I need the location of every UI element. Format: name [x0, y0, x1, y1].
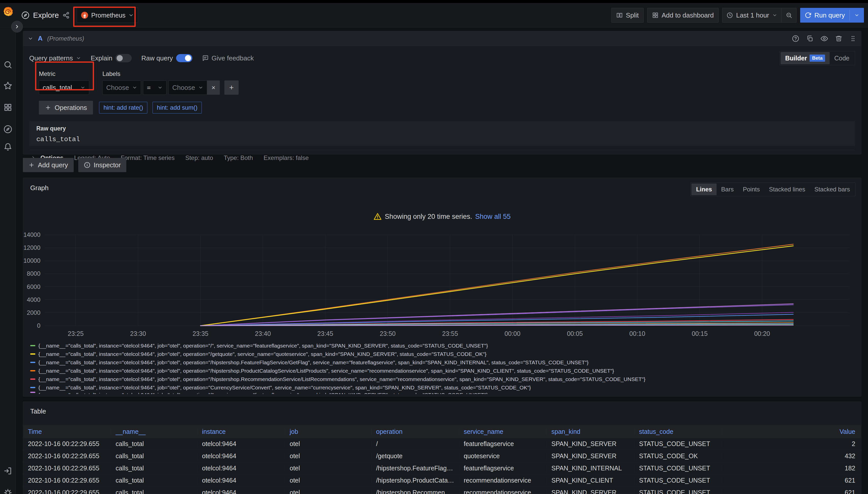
query-patterns-dropdown[interactable]: Query patterns	[29, 54, 81, 62]
table-cell: calls_total	[111, 464, 197, 472]
option-summary-item: Format: Time series	[121, 154, 175, 162]
svg-text:23:30: 23:30	[130, 330, 146, 337]
inspector-button[interactable]: Inspector	[78, 158, 127, 172]
run-query-main[interactable]: Run query	[800, 8, 849, 23]
show-all-series-link[interactable]: Show all 55	[475, 213, 511, 221]
explain-toggle[interactable]	[115, 54, 132, 62]
legend-item[interactable]: {__name__="calls_total", instance="otelc…	[30, 350, 854, 358]
drag-handle-icon[interactable]	[849, 35, 856, 42]
remove-label-filter-button[interactable]: ×	[207, 80, 220, 95]
raw-query-toggle[interactable]	[176, 54, 192, 62]
graph-mode-lines[interactable]: Lines	[691, 184, 717, 195]
search-minus-icon	[786, 12, 792, 19]
give-feedback-link[interactable]: Give feedback	[202, 54, 254, 62]
share-icon[interactable]	[62, 12, 70, 19]
query-hint-button[interactable]: hint: add sum()	[152, 102, 202, 113]
svg-text:23:45: 23:45	[318, 330, 333, 337]
chart-series-lines	[200, 244, 793, 326]
graph-mode-points[interactable]: Points	[738, 184, 764, 195]
duplicate-query-icon[interactable]	[806, 35, 813, 42]
legend-item[interactable]: {__name__="calls_total", instance="otelc…	[30, 392, 854, 394]
legend-series-marker	[30, 353, 35, 355]
breadcrumb: Explore	[21, 3, 70, 27]
search-icon[interactable]	[3, 60, 12, 69]
builder-label: Builder	[785, 55, 807, 62]
legend-item[interactable]: {__name__="calls_total", instance="otelc…	[30, 358, 854, 366]
table-cell: otel	[285, 477, 372, 484]
legend-series-marker	[30, 387, 35, 388]
explore-compass-icon[interactable]	[3, 125, 12, 134]
star-icon[interactable]	[3, 81, 12, 90]
builder-tab[interactable]: Builder Beta	[781, 52, 830, 64]
zoom-out-time-button[interactable]	[782, 8, 796, 22]
add-to-dashboard-button[interactable]: Add to dashboard	[647, 8, 719, 23]
collapse-chevron-icon[interactable]	[28, 36, 33, 41]
table-column-header[interactable]: job	[285, 428, 372, 435]
sidebar-expand-button[interactable]	[11, 21, 23, 33]
sign-in-icon[interactable]	[3, 467, 12, 475]
metric-select[interactable]: calls_total	[39, 80, 89, 95]
grafana-logo[interactable]	[2, 6, 14, 18]
query-row-actions	[792, 35, 856, 42]
disable-query-eye-icon[interactable]	[820, 35, 828, 42]
table-cell: 2022-10-16 00:22:29.655	[23, 489, 111, 494]
table-column-header[interactable]: Time	[23, 428, 111, 435]
run-query-button[interactable]: Run query	[800, 8, 864, 23]
label-value-select[interactable]: Choose	[168, 80, 207, 95]
graph-mode-bars[interactable]: Bars	[717, 184, 738, 195]
legend-item[interactable]: {__name__="calls_total", instance="otelc…	[30, 341, 854, 350]
table-column-header[interactable]: instance	[197, 428, 285, 435]
delete-query-trash-icon[interactable]	[835, 35, 842, 42]
label-operator-select[interactable]: =	[143, 80, 166, 95]
legend-item[interactable]: {__name__="calls_total", instance="otelc…	[30, 375, 854, 383]
settings-gear-icon[interactable]	[3, 489, 12, 494]
graph-mode-stacked-bars[interactable]: Stacked bars	[810, 184, 854, 195]
table-cell: STATUS_CODE_UNSET	[634, 489, 722, 494]
run-query-label: Run query	[814, 12, 845, 19]
option-summary-item: Step: auto	[185, 154, 213, 162]
legend-item[interactable]: {__name__="calls_total", instance="otelc…	[30, 383, 854, 392]
query-help-icon[interactable]	[792, 35, 799, 42]
time-range-button[interactable]: Last 1 hour	[722, 8, 781, 22]
table-column-header[interactable]: __name__	[111, 428, 197, 435]
graph-mode-stacked-lines[interactable]: Stacked lines	[764, 184, 810, 195]
query-ref-id: A	[38, 35, 43, 42]
run-query-caret[interactable]	[850, 8, 864, 23]
table-cell: otelcol:9464	[197, 489, 285, 494]
query-row-header[interactable]: A (Prometheus)	[23, 31, 861, 46]
alerting-bell-icon[interactable]	[3, 142, 12, 151]
compass-icon	[21, 11, 30, 19]
table-panel-title: Table	[30, 407, 46, 415]
builder-code-switcher: Builder Beta Code	[780, 51, 855, 65]
table-row: 2022-10-16 00:22:29.655calls_totalotelco…	[23, 487, 861, 494]
results-table: Time__name__instancejoboperationservice_…	[23, 425, 861, 494]
query-datasource-hint: (Prometheus)	[47, 35, 84, 42]
query-hint-button[interactable]: hint: add rate()	[99, 102, 147, 113]
add-operation-button[interactable]: Operations	[39, 101, 93, 114]
give-feedback-label: Give feedback	[212, 54, 254, 62]
metric-labels-row: Metric calls_total Labels Choose =	[39, 70, 855, 95]
option-summary-item: Exemplars: false	[264, 154, 308, 162]
datasource-picker[interactable]: Prometheus	[77, 7, 138, 23]
time-picker-group: Last 1 hour	[722, 8, 797, 23]
add-label-filter-button[interactable]: +	[224, 80, 239, 95]
table-column-header[interactable]: operation	[372, 428, 459, 435]
apps-icon	[652, 12, 658, 19]
svg-text:00:20: 00:20	[754, 330, 770, 337]
table-cell: 2022-10-16 00:22:29.655	[23, 477, 111, 484]
table-column-header[interactable]: status_code	[634, 428, 722, 435]
table-column-header[interactable]: span_kind	[547, 428, 634, 435]
chevron-down-icon	[76, 56, 81, 61]
legend-item[interactable]: {__name__="calls_total", instance="otelc…	[30, 366, 854, 375]
table-column-header[interactable]: service_name	[459, 428, 547, 435]
svg-text:23:50: 23:50	[380, 330, 396, 337]
dashboards-icon[interactable]	[3, 103, 12, 112]
add-query-button[interactable]: Add query	[23, 158, 74, 172]
time-series-chart[interactable]: 0200040006000800010000120001400023:2523:…	[23, 228, 862, 339]
table-column-header[interactable]: Value	[722, 428, 861, 435]
split-button[interactable]: Split	[611, 8, 644, 23]
code-tab[interactable]: Code	[830, 52, 854, 64]
datasource-name: Prometheus	[91, 12, 126, 19]
labels-field-label: Labels	[103, 70, 239, 77]
label-key-select[interactable]: Choose	[103, 80, 141, 95]
